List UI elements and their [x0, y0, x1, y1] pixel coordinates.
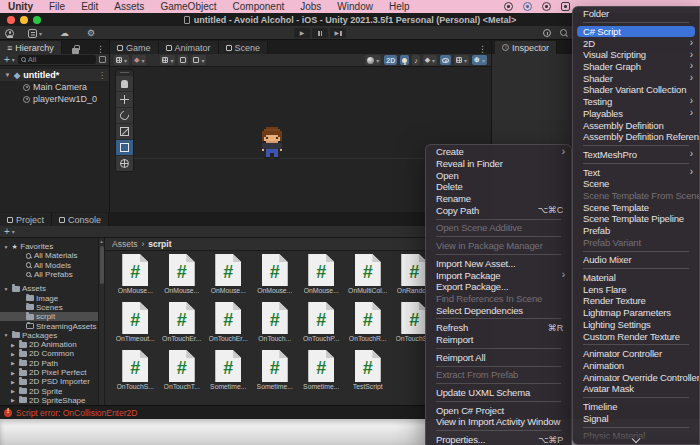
hierarchy-item-untitled[interactable]: untitled* ⋮	[0, 69, 109, 81]
panel-menu-icon[interactable]: ⋮	[92, 44, 109, 54]
expander-icon[interactable]	[10, 397, 16, 403]
expander-icon[interactable]	[10, 351, 16, 357]
project-folder-all-materials[interactable]: All Materials	[0, 251, 98, 260]
asset-testscript[interactable]: # TestScript	[345, 350, 392, 398]
project-folder-scenes[interactable]: Scenes	[0, 303, 98, 312]
2d-toggle[interactable]: 2D	[384, 55, 397, 65]
project-folder-scrpit[interactable]: scrpit	[0, 312, 98, 321]
project-folder-all-models[interactable]: All Models	[0, 261, 98, 270]
asset-onmouse[interactable]: # OnMouse...	[159, 254, 206, 302]
expander-icon[interactable]	[3, 332, 9, 338]
panel-menu-icon[interactable]: ⋮	[474, 44, 491, 54]
tab-hierarchy[interactable]: ≡Hierarchy	[0, 41, 62, 54]
asset-onmouse[interactable]: # OnMouse...	[252, 254, 299, 302]
menubar-item-file[interactable]: File	[49, 1, 65, 12]
context-menu-view-in-import-activity-window[interactable]: View in Import Activity Window ›	[426, 416, 571, 428]
project-folder-2d-common[interactable]: 2D Common	[0, 349, 98, 358]
asset-ontoucher[interactable]: # OnTouchEr...	[159, 302, 206, 350]
shading-mode-dropdown[interactable]: ▾	[365, 55, 381, 65]
context-menu-export-package[interactable]: Export Package... ›	[426, 281, 571, 293]
project-folder-2d-spriteshape[interactable]: 2D SpriteShape	[0, 396, 98, 405]
asset-sometime[interactable]: # Sometime...	[298, 350, 345, 398]
chevron-down-icon[interactable]: ▾	[12, 56, 15, 63]
asset-sometime[interactable]: # Sometime...	[252, 350, 299, 398]
create-menu-lens-flare[interactable]: Lens Flare ›	[573, 283, 699, 295]
create-menu-2d[interactable]: 2D ›	[573, 37, 699, 49]
create-menu-text[interactable]: Text ›	[573, 166, 699, 178]
scene-tool-dropdown[interactable]: ◆▾	[132, 55, 146, 65]
asset-onmouse[interactable]: # OnMouse...	[112, 254, 159, 302]
menubar-item-window[interactable]: Window	[337, 1, 373, 12]
asset-sometime[interactable]: # Sometime...	[205, 350, 252, 398]
context-menu-extract-from-prefab[interactable]: Extract From Prefab ›	[426, 369, 571, 381]
project-folder-2d-sprite[interactable]: 2D Sprite	[0, 386, 98, 395]
create-menu-scene-template[interactable]: Scene Template ›	[573, 201, 699, 213]
context-menu-copy-path[interactable]: Copy Path ⌥⌘C ›	[426, 204, 571, 216]
context-menu-delete[interactable]: Delete ›	[426, 181, 571, 193]
context-menu-rename[interactable]: Rename ›	[426, 193, 571, 205]
tab-inspector[interactable]: Inspector	[495, 41, 557, 54]
create-asset-button[interactable]: +	[0, 227, 10, 237]
row-menu-icon[interactable]: ⋮	[98, 71, 109, 80]
create-menu-folder[interactable]: Folder ›	[573, 8, 699, 20]
layers-badge-icon[interactable]	[28, 29, 37, 38]
cloud-icon[interactable]: ☁	[60, 26, 69, 40]
propeller-icon[interactable]	[504, 2, 513, 11]
context-menu-view-in-package-manager[interactable]: View in Package Manager ›	[426, 240, 571, 252]
move-tool[interactable]	[116, 91, 133, 107]
create-menu-prefab[interactable]: Prefab ›	[573, 225, 699, 237]
create-menu-material[interactable]: Material ›	[573, 272, 699, 284]
create-menu-avatar-mask[interactable]: Avatar Mask ›	[573, 383, 699, 395]
asset-onmouse[interactable]: # OnMouse...	[205, 254, 252, 302]
create-menu-assembly-definition-reference[interactable]: Assembly Definition Reference ›	[573, 131, 699, 143]
tab-game[interactable]: Game	[110, 41, 159, 54]
asset-ontouchp[interactable]: # OnTouchP...	[298, 302, 345, 350]
pause-button[interactable]	[312, 28, 328, 38]
create-menu-render-texture[interactable]: Render Texture ›	[573, 295, 699, 307]
context-menu-create[interactable]: Create ›	[426, 146, 571, 158]
menubar-item-gameobject[interactable]: GameObject	[160, 1, 216, 12]
tab-console[interactable]: Console	[52, 213, 109, 226]
scene-tool-dropdown[interactable]	[178, 55, 188, 65]
scene-tool-dropdown[interactable]: ▾	[191, 55, 206, 65]
create-menu-animation[interactable]: Animation ›	[573, 360, 699, 372]
create-menu-animator-controller[interactable]: Animator Controller ›	[573, 348, 699, 360]
picker-icon[interactable]	[99, 56, 106, 63]
project-folder-all-prefabs[interactable]: All Prefabs	[0, 270, 98, 279]
expander-icon[interactable]	[10, 342, 16, 348]
scrollbar-thumb[interactable]	[100, 246, 104, 284]
lighting-toggle[interactable]	[400, 55, 409, 65]
create-menu-shader-variant-collection[interactable]: Shader Variant Collection ›	[573, 84, 699, 96]
context-menu-open-scene-additive[interactable]: Open Scene Additive ›	[426, 222, 571, 234]
create-menu-scene-template-pipeline[interactable]: Scene Template Pipeline ›	[573, 213, 699, 225]
menubar-item-unity[interactable]: Unity	[8, 1, 33, 12]
tree-scrollbar[interactable]: ▲	[98, 238, 105, 405]
search-icon[interactable]	[560, 29, 568, 37]
asset-onmulticol[interactable]: # OnMultiCol...	[345, 254, 392, 302]
create-menu-visual-scripting[interactable]: Visual Scripting ›	[573, 49, 699, 61]
undo-history-icon[interactable]	[543, 29, 551, 37]
account-icon[interactable]	[5, 29, 14, 38]
create-menu-audio-mixer[interactable]: Audio Mixer ›	[573, 254, 699, 266]
breadcrumb-root[interactable]: Assets	[112, 239, 138, 249]
menubar-item-component[interactable]: Component	[233, 1, 285, 12]
expander-icon[interactable]	[10, 360, 16, 366]
effects-dropdown[interactable]: ◆▾	[423, 55, 437, 65]
gizmos-dropdown[interactable]: ⊕▾	[472, 55, 487, 65]
menubar-item-assets[interactable]: Assets	[114, 1, 144, 12]
create-menu-playables[interactable]: Playables ›	[573, 108, 699, 120]
settings-gear-icon[interactable]: ⚙	[87, 26, 95, 40]
scroll-down-icon[interactable]	[573, 436, 699, 442]
asset-onmouse[interactable]: # OnMouse...	[298, 254, 345, 302]
create-menu-shader-graph[interactable]: Shader Graph ›	[573, 61, 699, 73]
scroll-up-icon[interactable]: ▲	[99, 239, 104, 244]
project-folder-2d-path[interactable]: 2D Path	[0, 359, 98, 368]
rotate-tool[interactable]	[116, 107, 133, 123]
context-menu-select-dependencies[interactable]: Select Dependencies ›	[426, 304, 571, 316]
menubar-item-edit[interactable]: Edit	[81, 1, 98, 12]
lock-icon[interactable]	[72, 48, 79, 54]
visibility-toggle[interactable]	[440, 55, 451, 65]
transform-tool[interactable]	[116, 155, 133, 171]
create-menu-custom-render-texture[interactable]: Custom Render Texture ›	[573, 330, 699, 342]
hierarchy-item-playernew1d-0[interactable]: playerNew1D_0 ⋮	[0, 93, 109, 105]
